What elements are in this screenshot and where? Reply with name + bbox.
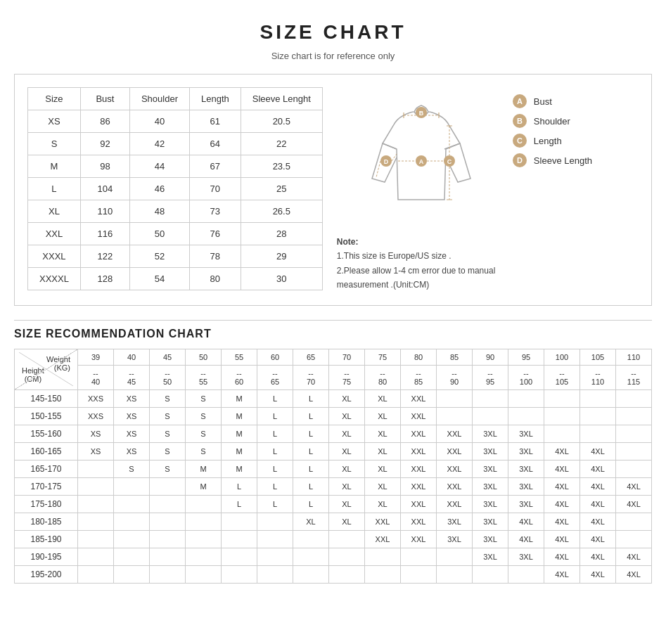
size-cell: XL — [329, 425, 365, 442]
table-cell: 67 — [189, 155, 241, 178]
legend-row: BShoulder — [513, 114, 592, 128]
size-cell: 4XL — [616, 477, 652, 495]
size-cell — [257, 513, 293, 530]
weight-top-header: 100 — [544, 349, 580, 365]
size-cell: L — [222, 495, 257, 513]
table-row: L104467025 — [28, 178, 323, 200]
table-cell: M — [28, 155, 81, 178]
size-cell: 4XL — [616, 565, 652, 583]
size-cell: L — [293, 460, 329, 477]
size-cell: 4XL — [544, 495, 580, 513]
note-line-1: 1.This size is Europe/US size . — [337, 251, 452, 261]
size-cell — [150, 477, 186, 495]
rec-table: Weight(KG) Height(CM) 394045505560657075… — [14, 349, 652, 584]
table-cell: 26.5 — [241, 200, 322, 223]
size-cell — [293, 565, 329, 583]
size-cell: M — [222, 460, 257, 477]
size-cell: XXL — [401, 425, 437, 442]
size-cell — [616, 389, 652, 407]
size-cell: 4XL — [544, 565, 580, 583]
subtitle: Size chart is for reference only — [0, 51, 666, 61]
size-cell: XL — [365, 407, 401, 425]
size-cell: 3XL — [508, 425, 544, 442]
size-cell — [365, 565, 401, 583]
rec-table-row: 185-190XXLXXL3XL3XL4XL4XL4XL — [15, 530, 652, 548]
table-cell: 98 — [80, 155, 129, 178]
legend-circle: A — [513, 94, 527, 108]
note-title: Note: — [337, 237, 359, 247]
height-cell: 195-200 — [15, 565, 78, 583]
size-cell: S — [114, 460, 150, 477]
size-cell: L — [293, 407, 329, 425]
size-table: Size Bust Shoulder Length Sleeve Lenght … — [27, 87, 323, 290]
weight-range-header: --45 — [114, 365, 150, 389]
size-cell: 4XL — [544, 530, 580, 548]
weight-top-header: 85 — [437, 349, 473, 365]
weight-range-header: --105 — [544, 365, 580, 389]
size-cell: L — [293, 425, 329, 442]
legend-row: ABust — [513, 94, 592, 108]
table-cell: 29 — [241, 245, 322, 268]
size-cell — [114, 513, 150, 530]
size-cell — [150, 513, 186, 530]
size-cell: XXL — [437, 477, 473, 495]
height-cell: 165-170 — [15, 460, 78, 477]
size-cell: 3XL — [508, 548, 544, 565]
table-cell: S — [28, 133, 81, 155]
section-divider — [14, 320, 652, 321]
size-cell: XL — [329, 407, 365, 425]
weight-top-header: 65 — [293, 349, 329, 365]
size-cell: XS — [114, 425, 150, 442]
size-cell — [508, 565, 544, 583]
size-cell: XXL — [437, 425, 473, 442]
size-cell: XXL — [437, 442, 473, 460]
size-cell — [78, 548, 114, 565]
size-cell — [401, 548, 437, 565]
size-cell: 4XL — [616, 495, 652, 513]
table-cell: 86 — [80, 110, 129, 133]
weight-range-header: --115 — [616, 365, 652, 389]
size-cell — [437, 389, 473, 407]
size-cell: 3XL — [508, 460, 544, 477]
size-cell: S — [150, 442, 186, 460]
table-row: XXXXL128548030 — [28, 268, 323, 290]
table-cell: L — [28, 178, 81, 200]
weight-range-header: --55 — [186, 365, 222, 389]
rec-header-row-1: Weight(KG) Height(CM) 394045505560657075… — [15, 349, 652, 365]
size-cell: 4XL — [544, 442, 580, 460]
legend-label: Shoulder — [534, 116, 570, 127]
size-cell: 4XL — [580, 530, 616, 548]
weight-range-header: --40 — [78, 365, 114, 389]
legend-label: Bust — [534, 96, 552, 107]
weight-range-header: --85 — [401, 365, 437, 389]
table-cell: 22 — [241, 133, 322, 155]
size-cell: XL — [293, 513, 329, 530]
diagram-with-legend: B A C D — [337, 87, 592, 228]
table-cell: 28 — [241, 223, 322, 245]
size-cell — [437, 407, 473, 425]
size-cell: 3XL — [473, 425, 508, 442]
weight-top-header: 40 — [114, 349, 150, 365]
size-cell — [401, 565, 437, 583]
size-cell: XL — [329, 442, 365, 460]
size-cell: XS — [114, 389, 150, 407]
weight-top-header: 39 — [78, 349, 114, 365]
weight-top-header: 90 — [473, 349, 508, 365]
size-cell — [114, 548, 150, 565]
weight-top-header: 50 — [186, 349, 222, 365]
size-cell: S — [186, 389, 222, 407]
size-cell: XS — [114, 407, 150, 425]
svg-text:A: A — [419, 158, 424, 165]
weight-top-header: 110 — [616, 349, 652, 365]
table-cell: XS — [28, 110, 81, 133]
size-cell: 3XL — [473, 513, 508, 530]
size-cell — [186, 513, 222, 530]
weight-range-header: --60 — [222, 365, 257, 389]
weight-top-header: 60 — [257, 349, 293, 365]
size-cell: 3XL — [473, 477, 508, 495]
rec-title: SIZE RECOMMENDATION CHART — [14, 328, 652, 340]
size-cell — [186, 530, 222, 548]
size-cell: XS — [78, 442, 114, 460]
size-cell: 4XL — [544, 548, 580, 565]
size-cell: XL — [365, 442, 401, 460]
